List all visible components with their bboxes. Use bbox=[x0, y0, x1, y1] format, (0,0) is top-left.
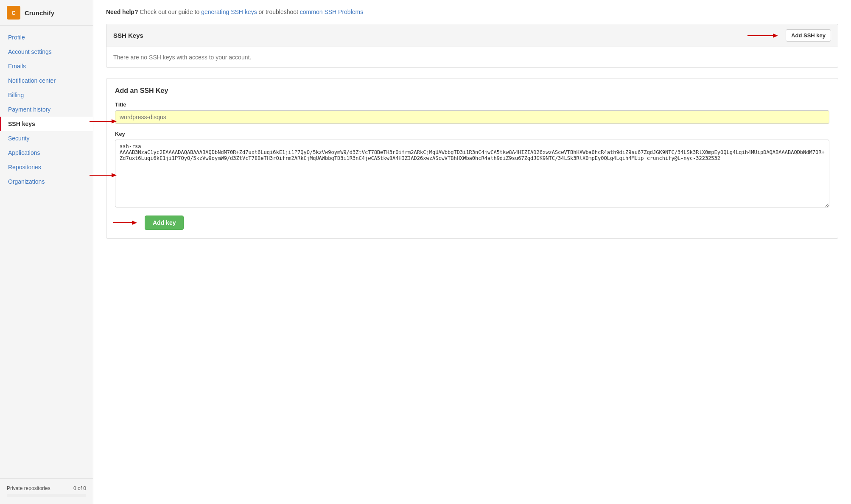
ssh-keys-panel: SSH Keys Add SSH key There are no SSH ke… bbox=[106, 24, 838, 68]
key-label: Key bbox=[115, 131, 829, 137]
sidebar-footer: Private repositories 0 of 0 bbox=[0, 478, 93, 504]
add-ssh-key-button[interactable]: Add SSH key bbox=[786, 29, 831, 42]
arrow-to-add-key bbox=[113, 218, 139, 228]
sidebar-item-security[interactable]: Security bbox=[0, 131, 93, 146]
add-ssh-key-area: Add SSH key bbox=[747, 29, 831, 42]
add-ssh-key-form-panel: Add an SSH Key Title Key bbox=[106, 78, 838, 239]
title-input[interactable] bbox=[115, 110, 829, 124]
arrow-title-svg bbox=[90, 115, 119, 128]
sidebar-item-profile[interactable]: Profile bbox=[0, 30, 93, 45]
sidebar-item-account-settings[interactable]: Account settings bbox=[0, 45, 93, 59]
main-content: Need help? Check out our guide to genera… bbox=[93, 0, 851, 504]
no-ssh-keys-message: There are no SSH keys with access to you… bbox=[113, 54, 251, 61]
sidebar-item-organizations[interactable]: Organizations bbox=[0, 174, 93, 189]
private-repos-value: 0 of 0 bbox=[73, 485, 86, 491]
arrow-to-key bbox=[90, 169, 119, 183]
help-bar: Need help? Check out our guide to genera… bbox=[106, 8, 838, 15]
logo-icon: C bbox=[7, 6, 20, 20]
help-bar-bold: Need help? bbox=[106, 8, 138, 15]
generating-ssh-keys-link[interactable]: generating SSH keys bbox=[201, 8, 257, 15]
arrow-key-svg bbox=[90, 169, 119, 182]
svg-marker-3 bbox=[773, 34, 778, 38]
sidebar-nav: Profile Account settings Emails Notifica… bbox=[0, 26, 93, 478]
ssh-keys-panel-title: SSH Keys bbox=[113, 32, 143, 39]
arrow-to-title bbox=[90, 115, 119, 129]
sidebar-logo: C Crunchify bbox=[0, 0, 93, 26]
svg-marker-9 bbox=[132, 221, 137, 225]
sidebar-item-ssh-keys[interactable]: SSH keys bbox=[0, 117, 93, 131]
ssh-keys-panel-header: SSH Keys Add SSH key bbox=[106, 24, 838, 47]
svg-marker-7 bbox=[112, 173, 117, 177]
add-key-button-area: Add key bbox=[115, 216, 829, 230]
sidebar-item-applications[interactable]: Applications bbox=[0, 146, 93, 160]
key-form-group: Key ssh-rsa AAAAB3NzaC1yc2EAAAADAQABAAAB… bbox=[115, 131, 829, 209]
sidebar: C Crunchify Profile Account settings Ema… bbox=[0, 0, 93, 504]
title-form-group: Title bbox=[115, 101, 829, 124]
sidebar-item-billing[interactable]: Billing bbox=[0, 88, 93, 102]
progress-bar bbox=[7, 494, 86, 497]
sidebar-item-repositories[interactable]: Repositories bbox=[0, 160, 93, 174]
svg-text:C: C bbox=[11, 10, 16, 16]
crunchify-logo-svg: C bbox=[9, 8, 18, 17]
common-ssh-problems-link[interactable]: common SSH Problems bbox=[300, 8, 363, 15]
svg-marker-5 bbox=[112, 119, 117, 123]
sidebar-item-notification-center[interactable]: Notification center bbox=[0, 73, 93, 88]
add-ssh-key-form-title: Add an SSH Key bbox=[115, 87, 829, 95]
key-textarea[interactable]: ssh-rsa AAAAB3NzaC1yc2EAAAADAQABAAABAQDb… bbox=[115, 140, 829, 207]
sidebar-item-payment-history[interactable]: Payment history bbox=[0, 102, 93, 117]
private-repos-label-text: Private repositories bbox=[7, 485, 50, 491]
ssh-keys-panel-body: There are no SSH keys with access to you… bbox=[106, 47, 838, 67]
title-label: Title bbox=[115, 101, 829, 108]
arrow-to-add-ssh bbox=[747, 30, 781, 42]
sidebar-logo-text: Crunchify bbox=[25, 9, 54, 17]
help-bar-between: or troubleshoot bbox=[257, 8, 300, 15]
help-bar-middle: Check out our guide to bbox=[138, 8, 201, 15]
add-key-button[interactable]: Add key bbox=[145, 216, 184, 230]
sidebar-item-emails[interactable]: Emails bbox=[0, 59, 93, 73]
